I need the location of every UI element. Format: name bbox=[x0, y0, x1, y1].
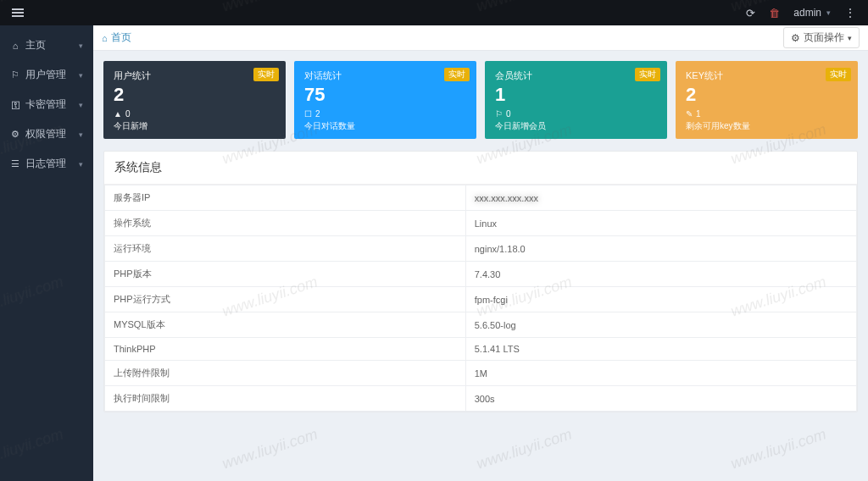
card-title: 会员统计 bbox=[495, 69, 657, 82]
sidebar-item-1[interactable]: ⚐用户管理▾ bbox=[0, 60, 93, 90]
more-icon[interactable]: ⋮ bbox=[844, 6, 856, 19]
sidebar-item-label: 主页 bbox=[25, 38, 46, 53]
breadcrumb-home: 首页 bbox=[111, 30, 131, 45]
sidebar-icon: ⚿ bbox=[10, 100, 20, 110]
chevron-down-icon: ▾ bbox=[79, 160, 83, 169]
sysinfo-val: xxx.xxx.xxx.xxx bbox=[465, 185, 856, 211]
sysinfo-key: 上传附件限制 bbox=[105, 361, 466, 386]
sysinfo-key: 操作系统 bbox=[105, 211, 466, 236]
sidebar-icon: ⚐ bbox=[10, 69, 20, 80]
sidebar-icon: ⌂ bbox=[10, 41, 20, 51]
chevron-down-icon: ▾ bbox=[79, 41, 83, 50]
card-sub-icon: ⚐ bbox=[495, 109, 503, 119]
table-row: 执行时间限制300s bbox=[105, 386, 857, 412]
sidebar-item-label: 卡密管理 bbox=[25, 97, 66, 112]
menu-toggle[interactable] bbox=[12, 8, 24, 17]
table-row: 上传附件限制1M bbox=[105, 361, 857, 386]
sysinfo-val: 7.4.30 bbox=[465, 262, 856, 287]
sidebar-item-label: 权限管理 bbox=[25, 127, 66, 141]
chevron-down-icon: ▾ bbox=[79, 71, 83, 80]
sysinfo-key: PHP运行方式 bbox=[105, 287, 466, 312]
card-sub-icon: ☐ bbox=[304, 109, 312, 119]
sysinfo-key: 运行环境 bbox=[105, 236, 466, 262]
gear-icon: ⚙ bbox=[791, 32, 800, 44]
table-row: ThinkPHP5.1.41 LTS bbox=[105, 338, 857, 361]
sidebar-item-label: 用户管理 bbox=[25, 68, 66, 82]
stat-cards: 实时用户统计2▲0今日新增实时对话统计75☐2今日对话数量实时会员统计1⚐0今日… bbox=[103, 61, 858, 139]
card-title: 用户统计 bbox=[114, 69, 275, 82]
sysinfo-val: fpm-fcgi bbox=[465, 287, 856, 312]
trash-icon[interactable]: 🗑 bbox=[769, 7, 780, 19]
chevron-down-icon: ▾ bbox=[79, 130, 83, 139]
stat-card-2: 实时会员统计1⚐0今日新增会员 bbox=[485, 61, 667, 139]
sysinfo-key: 服务器IP bbox=[105, 185, 466, 211]
sysinfo-key: MYSQL版本 bbox=[105, 312, 466, 338]
sysinfo-val: Linux bbox=[465, 211, 856, 236]
sysinfo-panel: 系统信息 服务器IPxxx.xxx.xxx.xxx操作系统Linux运行环境ng… bbox=[103, 151, 858, 412]
card-value: 2 bbox=[686, 84, 848, 106]
sidebar: ⌂主页▾⚐用户管理▾⚿卡密管理▾⚙权限管理▾☰日志管理▾ bbox=[0, 25, 93, 481]
table-row: 操作系统Linux bbox=[105, 211, 857, 236]
stat-card-1: 实时对话统计75☐2今日对话数量 bbox=[294, 61, 476, 139]
home-icon: ⌂ bbox=[102, 33, 108, 43]
refresh-icon[interactable]: ⟳ bbox=[746, 7, 755, 19]
sidebar-item-3[interactable]: ⚙权限管理▾ bbox=[0, 119, 93, 149]
sysinfo-val: nginx/1.18.0 bbox=[465, 236, 856, 262]
card-subtxt: 剩余可用key数量 bbox=[686, 120, 848, 132]
sysinfo-key: 执行时间限制 bbox=[105, 386, 466, 412]
sysinfo-val: 5.1.41 LTS bbox=[465, 338, 856, 361]
page-ops-label: 页面操作 bbox=[804, 30, 844, 45]
user-menu[interactable]: admin ▾ bbox=[793, 7, 831, 19]
card-sub: ☐2 bbox=[304, 109, 466, 119]
stat-card-0: 实时用户统计2▲0今日新增 bbox=[103, 61, 286, 139]
breadcrumb-bar: ⌂ 首页 ⚙ 页面操作 ▾ bbox=[93, 25, 868, 51]
card-subtxt: 今日新增会员 bbox=[495, 120, 657, 132]
sysinfo-title: 系统信息 bbox=[104, 152, 857, 185]
card-sub: ⚐0 bbox=[495, 109, 657, 119]
table-row: PHP版本7.4.30 bbox=[105, 262, 857, 287]
card-title: KEY统计 bbox=[686, 69, 848, 82]
topbar: ⟳ 🗑 admin ▾ ⋮ bbox=[0, 0, 868, 25]
sysinfo-table: 服务器IPxxx.xxx.xxx.xxx操作系统Linux运行环境nginx/1… bbox=[104, 185, 857, 412]
sidebar-icon: ⚙ bbox=[10, 129, 20, 140]
sysinfo-val: 300s bbox=[465, 386, 856, 412]
sidebar-icon: ☰ bbox=[10, 158, 20, 169]
card-title: 对话统计 bbox=[304, 69, 466, 82]
table-row: 服务器IPxxx.xxx.xxx.xxx bbox=[105, 185, 857, 211]
card-value: 2 bbox=[114, 84, 275, 106]
page-ops-button[interactable]: ⚙ 页面操作 ▾ bbox=[783, 27, 860, 48]
card-subtxt: 今日新增 bbox=[114, 120, 275, 132]
chevron-down-icon: ▾ bbox=[79, 101, 83, 109]
main: ⌂ 首页 ⚙ 页面操作 ▾ 实时用户统计2▲0今日新增实时对话统计75☐2今日对… bbox=[93, 25, 868, 481]
user-name: admin bbox=[793, 7, 821, 19]
table-row: MYSQL版本5.6.50-log bbox=[105, 312, 857, 338]
sidebar-item-4[interactable]: ☰日志管理▾ bbox=[0, 149, 93, 179]
card-sub-icon: ▲ bbox=[114, 109, 122, 119]
card-sub: ▲0 bbox=[114, 109, 275, 119]
chevron-down-icon: ▾ bbox=[848, 34, 852, 42]
sidebar-item-2[interactable]: ⚿卡密管理▾ bbox=[0, 90, 93, 119]
sidebar-item-0[interactable]: ⌂主页▾ bbox=[0, 30, 93, 60]
chevron-down-icon: ▾ bbox=[826, 8, 831, 17]
sysinfo-key: PHP版本 bbox=[105, 262, 466, 287]
card-sub: ✎1 bbox=[686, 109, 848, 119]
card-sub-icon: ✎ bbox=[686, 109, 693, 119]
breadcrumb[interactable]: ⌂ 首页 bbox=[102, 30, 131, 45]
sysinfo-val: 1M bbox=[465, 361, 856, 386]
table-row: PHP运行方式fpm-fcgi bbox=[105, 287, 857, 312]
stat-card-3: 实时KEY统计2✎1剩余可用key数量 bbox=[676, 61, 858, 139]
card-value: 1 bbox=[495, 84, 657, 106]
sysinfo-key: ThinkPHP bbox=[105, 338, 466, 361]
table-row: 运行环境nginx/1.18.0 bbox=[105, 236, 857, 262]
card-value: 75 bbox=[304, 84, 466, 106]
card-subtxt: 今日对话数量 bbox=[304, 120, 466, 132]
sysinfo-val: 5.6.50-log bbox=[465, 312, 856, 338]
sidebar-item-label: 日志管理 bbox=[25, 157, 66, 171]
